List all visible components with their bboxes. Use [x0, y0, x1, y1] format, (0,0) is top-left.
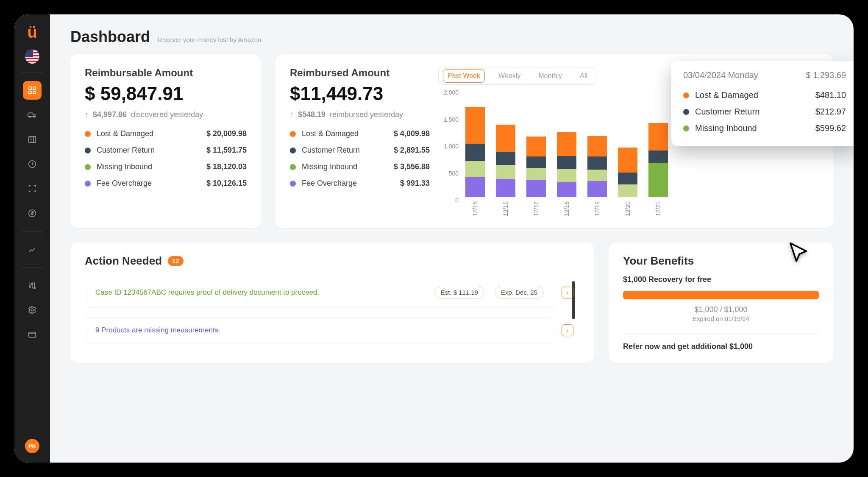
chart-tab[interactable]: Past Week: [443, 69, 485, 83]
action-text: Case ID 1234567ABC requires proof of del…: [95, 288, 319, 297]
x-tick: 12/20: [624, 201, 631, 216]
tooltip-total: $ 1,293.69: [806, 70, 846, 80]
cursor-icon: [787, 241, 811, 267]
nav-pending[interactable]: [23, 155, 42, 173]
divider: [623, 333, 819, 334]
columns-icon: [28, 135, 37, 144]
nav-scan[interactable]: [23, 179, 42, 198]
svg-point-12: [34, 287, 36, 289]
tooltip-row: Customer Return $212.97: [683, 103, 846, 120]
benefit-progress: [623, 291, 819, 299]
grid-icon: [28, 86, 37, 95]
sidebar: ü: [14, 14, 50, 463]
refer-text[interactable]: Refer now and get additional $1,000: [623, 342, 819, 351]
chart-bar-segment: [587, 170, 607, 181]
legend-dot: [290, 181, 296, 187]
tooltip-value: $599.62: [815, 123, 846, 133]
nav-settings[interactable]: [23, 301, 42, 319]
page-title: Dashboard: [70, 28, 150, 46]
legend-dot: [683, 92, 689, 98]
tooltip-row: Missing Inbound $599.62: [683, 120, 846, 137]
chart-bar[interactable]: 12/15: [465, 107, 485, 216]
legend-row: Missing Inbound $ 18,120.03: [85, 162, 247, 171]
region-flag-us[interactable]: [25, 49, 39, 64]
nav-analytics[interactable]: [23, 240, 42, 259]
svg-rect-3: [33, 91, 36, 94]
action-text: 9 Products are missing measurements.: [95, 326, 220, 335]
legend-dot: [290, 131, 296, 137]
svg-point-5: [29, 116, 31, 117]
legend-dot: [85, 181, 91, 187]
tooltip-value: $212.97: [815, 107, 846, 117]
chart-bar-segment: [526, 168, 546, 180]
legend-value: $ 18,120.03: [206, 162, 247, 171]
nav-reports[interactable]: [23, 130, 42, 149]
chart-tab[interactable]: Weekly: [494, 70, 525, 82]
delta-value: $4,997.86: [93, 110, 127, 119]
y-tick: 0: [438, 197, 459, 204]
reimbursed-delta: ↑ $548.19 reimbursed yesterday: [290, 110, 430, 119]
chart-icon: [28, 245, 37, 254]
chart-bar-segment: [526, 180, 546, 197]
nav-cards[interactable]: [23, 325, 42, 344]
chart-bar-segment: [618, 148, 637, 173]
chart-bar[interactable]: 12/20: [618, 148, 637, 216]
avatar[interactable]: PK: [25, 439, 39, 453]
action-item[interactable]: Case ID 1234567ABC requires proof of del…: [85, 277, 554, 308]
chart-bar[interactable]: 12/19: [587, 136, 607, 216]
chart-bar-segment: [557, 132, 576, 156]
truck-icon: [28, 110, 37, 120]
nav-dashboard[interactable]: [23, 81, 42, 100]
svg-point-11: [31, 283, 33, 285]
x-tick: 12/18: [563, 201, 570, 216]
chart-bar[interactable]: 12/18: [557, 132, 576, 216]
chart-tooltip: 03/04/2024 Monday $ 1,293.69 Lost & Dama…: [671, 61, 854, 146]
chart-bar-segment: [648, 123, 668, 151]
chart-bar-segment: [587, 156, 607, 170]
reimbursed-amount: $11,449.73: [290, 83, 430, 104]
chart-bar-segment: [526, 137, 546, 156]
section-title: Action Needed 12: [85, 254, 580, 268]
legend-value: $ 10,126.15: [206, 179, 247, 188]
tooltip-value: $481.10: [815, 90, 846, 100]
legend-dot: [290, 148, 296, 153]
chart-bar[interactable]: 12/21: [648, 123, 668, 216]
legend-value: $ 4,009.98: [394, 129, 430, 138]
y-tick: 1,500: [438, 116, 459, 123]
clock-icon: [28, 159, 37, 169]
legend-dot: [85, 148, 91, 153]
chart-bar-segment: [618, 173, 637, 184]
chart-bar-segment: [587, 181, 607, 197]
chart-bar[interactable]: 12/16: [496, 125, 515, 216]
legend-label: Lost & Damaged: [97, 129, 153, 138]
nav-shipments[interactable]: [23, 106, 42, 124]
chart-bar-segment: [557, 156, 576, 169]
legend-dot: [85, 164, 91, 170]
reimbursable-amount: $ 59,847.91: [85, 83, 247, 104]
action-open-button[interactable]: ›: [562, 287, 573, 298]
chart-bar-segment: [648, 163, 668, 197]
reimbursable-breakdown: Lost & Damaged $ 20,009.98 Customer Retu…: [85, 129, 247, 188]
chart-bar-segment: [496, 152, 515, 165]
legend-row: Fee Overcharge $ 10,126.15: [85, 179, 247, 188]
chart-tab[interactable]: All: [576, 70, 592, 82]
svg-point-13: [31, 309, 33, 311]
delta-label: reimbursed yesterday: [330, 110, 403, 119]
card-icon: [28, 330, 37, 339]
svg-rect-0: [29, 87, 31, 89]
chart-tab[interactable]: Monthly: [534, 70, 566, 82]
svg-point-10: [29, 286, 31, 287]
expired-text: Expired on 01/19/24: [623, 315, 819, 322]
action-item[interactable]: 9 Products are missing measurements.›: [85, 317, 554, 343]
nav-money[interactable]: [23, 204, 42, 223]
action-count-badge: 12: [168, 256, 184, 266]
svg-rect-2: [29, 91, 31, 94]
svg-point-6: [33, 116, 35, 117]
chart-bar[interactable]: 12/17: [526, 137, 546, 216]
action-open-button[interactable]: ›: [562, 324, 573, 336]
tooltip-label: Customer Return: [695, 107, 760, 117]
legend-label: Fee Overcharge: [97, 179, 152, 188]
svg-rect-7: [29, 137, 36, 143]
chart-bar-segment: [557, 182, 576, 197]
nav-sliders[interactable]: [23, 276, 42, 295]
